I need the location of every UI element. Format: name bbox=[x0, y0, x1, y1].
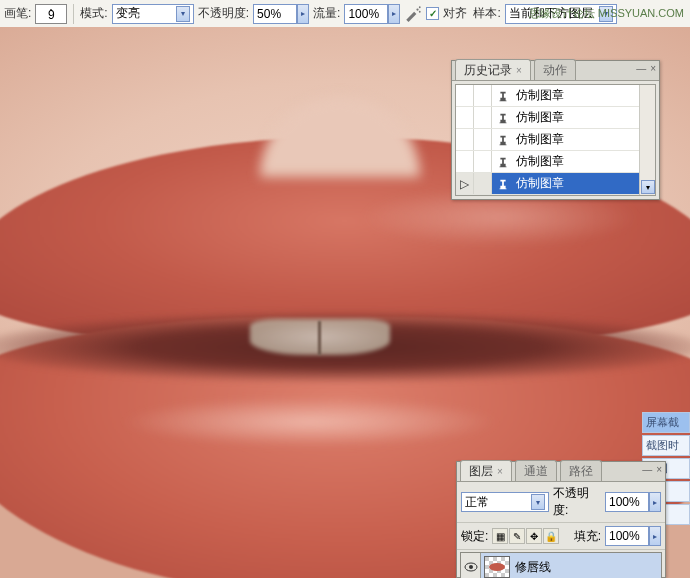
tab-close-icon[interactable]: × bbox=[516, 65, 522, 76]
svg-point-2 bbox=[419, 10, 421, 12]
close-icon[interactable]: × bbox=[650, 63, 656, 74]
tab-channels[interactable]: 通道 bbox=[515, 460, 557, 481]
svg-point-0 bbox=[417, 8, 419, 10]
tab-history[interactable]: 历史记录× bbox=[455, 59, 531, 80]
visibility-toggle[interactable] bbox=[461, 553, 481, 578]
svg-point-1 bbox=[419, 6, 421, 8]
blend-mode-dropdown[interactable]: 变亮 ▾ bbox=[112, 4, 194, 24]
tab-paths[interactable]: 路径 bbox=[560, 460, 602, 481]
history-panel: — × 历史记录× 动作 仿制图章 仿制图章 bbox=[451, 60, 660, 200]
chevron-down-icon: ▾ bbox=[599, 6, 613, 22]
chevron-right-icon: ▸ bbox=[649, 526, 661, 546]
layer-row[interactable]: 修唇线 bbox=[460, 552, 662, 578]
history-item-current[interactable]: ▷ 仿制图章 bbox=[456, 173, 639, 195]
clone-stamp-icon bbox=[492, 89, 514, 103]
separator bbox=[73, 4, 74, 24]
opacity-input[interactable]: 50% ▸ bbox=[253, 4, 309, 24]
chevron-down-icon: ▾ bbox=[531, 494, 545, 510]
history-scrollbar[interactable]: ▾ bbox=[639, 85, 655, 195]
layer-blend-dropdown[interactable]: 正常 ▾ bbox=[461, 492, 549, 512]
lock-label: 锁定: bbox=[461, 528, 488, 545]
lock-icons: ▦ ✎ ✥ 🔒 bbox=[492, 528, 559, 544]
image-highlight bbox=[120, 397, 500, 447]
chevron-down-icon: ▾ bbox=[176, 6, 190, 22]
lock-all-icon[interactable]: 🔒 bbox=[543, 528, 559, 544]
layer-opacity-label: 不透明度: bbox=[553, 485, 601, 519]
history-tabs: 历史记录× 动作 bbox=[452, 61, 659, 81]
layers-tabs: 图层× 通道 路径 bbox=[457, 462, 665, 482]
clone-stamp-icon bbox=[492, 111, 514, 125]
sample-label: 样本: bbox=[473, 5, 500, 22]
scroll-down-icon[interactable]: ▾ bbox=[641, 180, 655, 194]
eye-icon bbox=[464, 562, 478, 572]
side-label[interactable]: 屏幕截 bbox=[642, 412, 690, 433]
brush-preset-picker[interactable]: 9 bbox=[35, 4, 67, 24]
chevron-right-icon: ▸ bbox=[649, 492, 661, 512]
fill-label: 填充: bbox=[574, 528, 601, 545]
layer-fill-input[interactable]: 100% ▸ bbox=[605, 526, 661, 546]
layers-options-row: 正常 ▾ 不透明度: 100% ▸ bbox=[457, 482, 665, 523]
minimize-icon[interactable]: — bbox=[642, 464, 652, 475]
layers-lock-row: 锁定: ▦ ✎ ✥ 🔒 填充: 100% ▸ bbox=[457, 523, 665, 550]
sample-value: 当前和下方图层 bbox=[509, 5, 599, 22]
side-label[interactable]: 截图时 bbox=[642, 435, 690, 456]
layer-thumbnail[interactable] bbox=[484, 556, 510, 578]
clone-stamp-icon bbox=[492, 155, 514, 169]
airbrush-icon[interactable] bbox=[404, 5, 422, 23]
lock-pixels-icon[interactable]: ✎ bbox=[509, 528, 525, 544]
image-tooth-gap bbox=[318, 321, 321, 355]
options-bar: 画笔: 9 模式: 变亮 ▾ 不透明度: 50% ▸ 流量: 100% ▸ ✓ … bbox=[0, 0, 690, 28]
aligned-checkbox[interactable]: ✓ bbox=[426, 7, 439, 20]
brush-label: 画笔: bbox=[4, 5, 31, 22]
tab-actions[interactable]: 动作 bbox=[534, 59, 576, 80]
history-item[interactable]: 仿制图章 bbox=[456, 151, 639, 173]
brush-size: 9 bbox=[48, 11, 55, 19]
layer-name[interactable]: 修唇线 bbox=[513, 559, 661, 576]
flow-input[interactable]: 100% ▸ bbox=[344, 4, 400, 24]
history-item[interactable]: 仿制图章 bbox=[456, 85, 639, 107]
lock-position-icon[interactable]: ✥ bbox=[526, 528, 542, 544]
sample-dropdown[interactable]: 当前和下方图层 ▾ bbox=[505, 4, 617, 24]
flow-label: 流量: bbox=[313, 5, 340, 22]
clone-stamp-icon bbox=[492, 177, 514, 191]
layer-opacity-input[interactable]: 100% ▸ bbox=[605, 492, 661, 512]
tab-layers[interactable]: 图层× bbox=[460, 460, 512, 481]
chevron-right-icon: ▸ bbox=[388, 4, 400, 24]
mode-label: 模式: bbox=[80, 5, 107, 22]
aligned-label: 对齐 bbox=[443, 5, 467, 22]
blend-mode-value: 变亮 bbox=[116, 5, 176, 22]
svg-point-4 bbox=[469, 565, 473, 569]
history-item[interactable]: 仿制图章 bbox=[456, 107, 639, 129]
minimize-icon[interactable]: — bbox=[636, 63, 646, 74]
layers-panel: — × 图层× 通道 路径 正常 ▾ 不透明度: 100% ▸ 锁定: ▦ ✎ … bbox=[456, 461, 666, 578]
lock-transparent-icon[interactable]: ▦ bbox=[492, 528, 508, 544]
close-icon[interactable]: × bbox=[656, 464, 662, 475]
opacity-label: 不透明度: bbox=[198, 5, 249, 22]
chevron-right-icon: ▸ bbox=[297, 4, 309, 24]
history-list: 仿制图章 仿制图章 仿制图章 仿制图章 ▷ bbox=[455, 84, 656, 196]
clone-stamp-icon bbox=[492, 133, 514, 147]
history-item[interactable]: 仿制图章 bbox=[456, 129, 639, 151]
tab-close-icon[interactable]: × bbox=[497, 466, 503, 477]
